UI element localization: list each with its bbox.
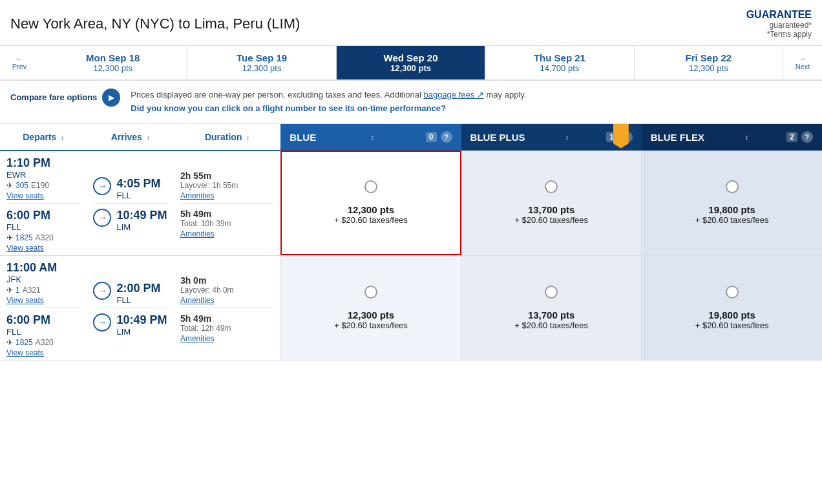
pts-label: 12,300 pts [93,63,132,73]
flight2-leg1-depart-details: ✈ 1 A321 [6,286,80,295]
flight2-leg1-depart-airport: JFK [6,275,80,284]
pts-label: 12,300 pts [689,63,728,73]
flight1-blue-radio [364,180,377,193]
flight2-leg1-arrive-airport: FLL [116,295,160,305]
date-thu-sep21[interactable]: Thu Sep 21 14,700 pts [485,46,634,79]
flight2-leg2-duration: 5h 49m Total: 12h 49m Amenities [174,308,280,346]
date-mon-sep18[interactable]: Mon Sep 18 12,300 pts [39,46,187,79]
sort-blueplus-icon: ↕ [565,134,569,141]
col-header-blueflex[interactable]: BLUE FLEX ↕ 2 ? [642,124,822,151]
flight1-leg1-arrive-airport: FLL [116,191,160,200]
flight1-leg1-departs: 1:10 PM EWR ✈ 305 E190 View seats [0,151,87,203]
page-title: New York Area, NY (NYC) to Lima, Peru (L… [10,16,300,32]
flight2-blueflex-pts: 19,800 pts [642,310,822,320]
flight2-duration-col: 3h 0m Layover: 4h 0m Amenities 5h 49m To… [174,255,280,360]
flight2-leg1-duration-time: 3h 0m [180,275,274,286]
flight1-leg2-depart-time: 6:00 PM [6,209,80,222]
flight2-leg2-depart-time: 6:00 PM [6,313,80,327]
guarantee-label: GUARANTEE [746,9,812,21]
flight1-arrives-col: → 4:05 PM FLL → 10:49 PM LIM [87,151,173,256]
flight2-blueplus-fare[interactable]: 13,700 pts + $20.60 taxes/fees [461,255,642,360]
info-bar: Compare fare options ▶ Prices displayed … [0,81,822,124]
flight1-leg1-depart-details: ✈ 305 E190 [6,181,80,190]
arrow-circle-icon: → [93,209,111,227]
col-header-duration[interactable]: Duration ↕ [174,124,280,151]
blueplus-label: BLUE PLUS [470,132,525,143]
flight2-blue-fare[interactable]: 12,300 pts + $20.60 taxes/fees [280,255,461,360]
flight1-leg1-duration: 2h 55m Layover: 1h 55m Amenities [174,165,280,203]
flight2-leg1-amenities[interactable]: Amenities [180,296,274,305]
next-label: Next [796,63,810,70]
sort-departs-icon: ↕ [59,134,64,142]
blueflex-badge: 2 ? [786,131,813,143]
guarantee-section: GUARANTEE guaranteed* *Terms apply [746,9,812,39]
flight1-blue-fare[interactable]: 12,300 pts + $20.60 taxes/fees [280,151,461,256]
flight1-leg1-arrive-info: 4:05 PM FLL [116,177,160,200]
flight2-leg1-arrive-time: 2:00 PM [116,282,160,295]
flight1-leg1-view-seats[interactable]: View seats [6,191,44,200]
date-label: Thu Sep 21 [534,52,585,63]
flight2-leg1-num[interactable]: 1 [16,286,20,295]
arrow-circle-icon: → [93,177,111,195]
date-wed-sep20[interactable]: Wed Sep 20 12,300 pts [337,46,485,79]
compare-fare-button[interactable]: ▶ [102,89,120,107]
flight1-leg1-num[interactable]: 305 [16,181,28,190]
flight2-blueflex-fare[interactable]: 19,800 pts + $20.60 taxes/fees [642,255,822,360]
blueflex-label: BLUE FLEX [651,132,704,143]
flight1-blue-pts: 12,300 pts [281,204,461,215]
flight1-leg2-num[interactable]: 1825 [16,233,33,242]
flight1-leg2-total: Total: 10h 39m [180,219,274,228]
flight2-leg1-arrives: → 2:00 PM FLL [87,277,173,308]
flight2-leg2-num[interactable]: 1825 [16,338,33,347]
flight1-leg1-arrives: → 4:05 PM FLL [87,172,173,203]
baggage-fees-link[interactable]: baggage fees ↗ [423,90,483,100]
flight2-leg2-amenities[interactable]: Amenities [180,334,274,343]
flight2-leg2-depart-airport: FLL [6,327,80,337]
blueflex-info-icon[interactable]: ? [801,131,813,143]
flight1-duration-col: 2h 55m Layover: 1h 55m Amenities 5h 49m … [174,151,280,256]
sort-blueflex-icon: ↕ [745,134,748,141]
flight1-blueplus-pts: 13,700 pts [461,204,641,215]
flight2-leg1-view-seats[interactable]: View seats [6,296,44,305]
date-fri-sep22[interactable]: Fri Sep 22 12,300 pts [635,46,783,79]
sort-blue-icon: ↕ [371,134,374,141]
col-header-blueplus[interactable]: BLUE PLUS ↕ 1 ? [461,124,642,151]
did-you-know-text: Did you know you can click on a flight n… [131,103,446,113]
col-header-blue[interactable]: BLUE ↕ 0 ? [280,124,461,151]
flight2-blue-radio [364,286,377,299]
flight1-blueplus-radio [545,180,558,193]
flight2-blue-tax: + $20.60 taxes/fees [281,320,461,330]
next-date-button[interactable]: → Next [783,46,822,79]
blue-label: BLUE [290,132,316,143]
flight1-blueflex-tax: + $20.60 taxes/fees [642,215,822,225]
flight1-leg2-view-seats[interactable]: View seats [6,244,44,253]
flight2-leg2-view-seats[interactable]: View seats [6,348,44,357]
date-label: Wed Sep 20 [384,52,438,63]
blueflex-header-content: BLUE FLEX ↕ 2 ? [651,131,813,143]
flight2-arrives-legs: → 2:00 PM FLL → 10:49 PM LIM [87,277,173,339]
flight1-leg2-arrive-time: 10:49 PM [116,209,167,222]
flight1-leg1-amenities[interactable]: Amenities [180,191,274,200]
flight1-leg2-aircraft: A320 [36,233,54,242]
flight2-leg2-arrive-time: 10:49 PM [116,313,167,327]
flight2-leg2-arrives: → 10:49 PM LIM [87,308,173,339]
arrow-circle-icon: → [93,313,111,331]
blue-info-icon[interactable]: ? [441,131,452,143]
col-header-arrives[interactable]: Arrives ↕ [87,124,173,151]
flight2-leg1-layover: Layover: 4h 0m [180,286,274,295]
flight2-leg2-depart-details: ✈ 1825 A320 [6,338,80,347]
flight1-blueflex-fare[interactable]: 19,800 pts + $20.60 taxes/fees [642,151,822,256]
guaranteed-sub: guaranteed* [746,21,812,30]
date-tue-sep19[interactable]: Tue Sep 19 12,300 pts [187,46,336,79]
col-header-departs[interactable]: Departs ↕ [0,124,87,151]
flight1-leg1-layover: Layover: 1h 55m [180,181,274,190]
prev-date-button[interactable]: ← Prev [0,46,39,79]
flight1-leg2-arrive-airport: LIM [116,222,167,232]
flight1-blue-tax: + $20.60 taxes/fees [281,215,461,225]
flight1-leg2-amenities[interactable]: Amenities [180,229,274,238]
flight2-leg1-duration: 3h 0m Layover: 4h 0m Amenities [174,270,280,308]
flight1-blueplus-fare[interactable]: 13,700 pts + $20.60 taxes/fees [461,151,642,256]
flight2-leg1-depart-time: 11:00 AM [6,261,80,275]
blue-badge: 0 ? [426,131,452,143]
sort-duration-icon: ↕ [244,134,249,142]
